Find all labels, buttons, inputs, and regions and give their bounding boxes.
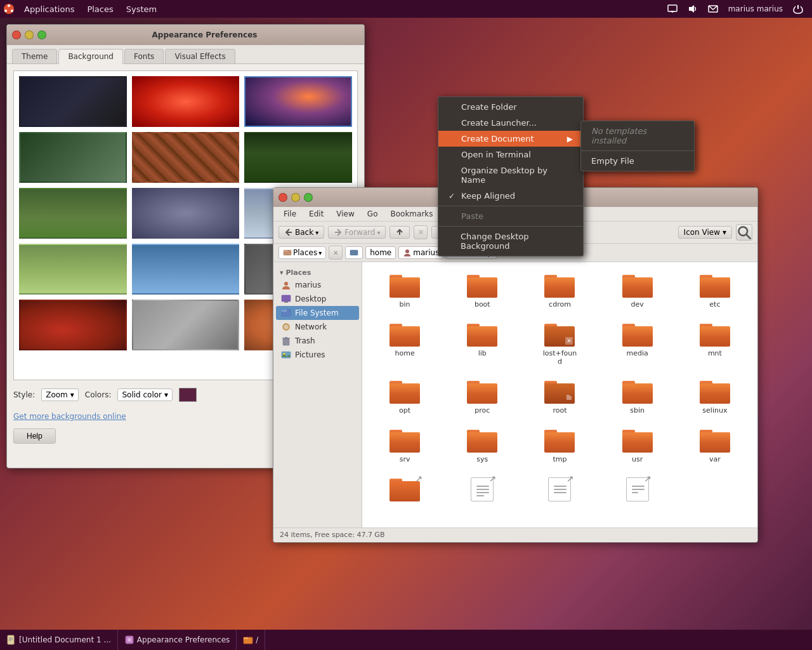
colors-select[interactable]: Solid color ▾: [117, 388, 173, 401]
location-close-button[interactable]: ✕: [329, 246, 343, 260]
fm-menu-view[interactable]: View: [331, 208, 359, 220]
style-label: Style:: [13, 390, 35, 399]
sidebar-item-network[interactable]: Network: [276, 320, 359, 334]
doc-item-0[interactable]: ↗: [369, 472, 441, 505]
svg-marker-7: [689, 5, 694, 13]
bg-thumb-0[interactable]: [19, 76, 127, 127]
places-menu[interactable]: Places: [81, 0, 119, 18]
folder-sbin[interactable]: sbin: [601, 375, 674, 418]
filemanager-content[interactable]: bin boot cdrom dev etc: [362, 262, 757, 527]
taskbar-item-folder[interactable]: /: [237, 630, 265, 650]
ctx-create-folder[interactable]: Create Folder: [438, 99, 583, 115]
folder-home[interactable]: home: [369, 317, 441, 369]
sidebar-item-filesystem[interactable]: File System: [276, 306, 359, 320]
volume-icon[interactable]: [684, 0, 702, 18]
tab-background[interactable]: Background: [58, 49, 123, 64]
style-select[interactable]: Zoom ▾: [41, 388, 79, 401]
tab-fonts[interactable]: Fonts: [124, 49, 164, 63]
appearance-title: Appearance Preferences: [50, 30, 359, 39]
fm-minimize-button[interactable]: −: [291, 193, 300, 202]
sidebar-item-pictures[interactable]: Pictures: [276, 348, 359, 362]
fm-menu-file[interactable]: File: [278, 208, 301, 220]
folder-selinux[interactable]: selinux: [679, 375, 751, 418]
folder-media[interactable]: media: [601, 317, 674, 369]
view-select[interactable]: Icon View ▾: [678, 226, 732, 239]
folder-etc[interactable]: etc: [679, 269, 751, 312]
maximize-button[interactable]: +: [37, 30, 46, 39]
tab-visual-effects[interactable]: Visual Effects: [165, 49, 235, 63]
bg-thumb-2[interactable]: [244, 76, 352, 127]
color-swatch[interactable]: [179, 388, 197, 402]
doc-item-1[interactable]: ↗: [446, 472, 518, 505]
folder-boot[interactable]: boot: [446, 269, 518, 312]
get-backgrounds-link[interactable]: Get more backgrounds online: [13, 412, 126, 421]
system-menu[interactable]: System: [120, 0, 163, 18]
ctx-keep-aligned[interactable]: ✓ Keep Aligned: [438, 188, 583, 204]
submenu-empty-file[interactable]: Empty File: [581, 153, 694, 169]
forward-button[interactable]: Forward ▾: [328, 226, 386, 239]
bg-thumb-6[interactable]: [19, 188, 127, 239]
crumb-marius[interactable]: marius: [398, 246, 443, 259]
bg-thumb-3[interactable]: [19, 132, 127, 183]
location-crumb-places[interactable]: Places ▾: [278, 246, 326, 259]
folder-opt[interactable]: opt: [369, 375, 441, 418]
folder-lib[interactable]: lib: [446, 317, 518, 369]
svg-point-3: [4, 10, 7, 12]
sidebar-item-marius[interactable]: marius: [276, 278, 359, 292]
minimize-button[interactable]: −: [25, 30, 34, 39]
up-button[interactable]: [390, 226, 410, 239]
search-button[interactable]: [736, 224, 752, 241]
bg-thumb-5[interactable]: [244, 132, 352, 183]
folder-usr[interactable]: usr: [601, 423, 674, 467]
folder-srv[interactable]: srv: [369, 423, 441, 467]
filemanager-statusbar: 24 items, Free space: 47.7 GB: [273, 527, 757, 541]
folder-dev[interactable]: dev: [601, 269, 674, 312]
back-button[interactable]: Back ▾: [278, 226, 324, 239]
folder-cdrom[interactable]: cdrom: [523, 269, 596, 312]
fm-menu-go[interactable]: Go: [362, 208, 383, 220]
applications-menu[interactable]: Applications: [18, 0, 81, 18]
bg-thumb-12[interactable]: [19, 300, 127, 350]
svg-point-14: [738, 227, 747, 235]
doc-item-3[interactable]: ↗: [601, 472, 674, 505]
folder-sys[interactable]: sys: [446, 423, 518, 467]
ctx-create-document[interactable]: Create Document ▶: [438, 131, 583, 147]
folder-mnt[interactable]: mnt: [679, 317, 751, 369]
sidebar-item-trash[interactable]: Trash: [276, 334, 359, 348]
bg-thumb-10[interactable]: [132, 244, 240, 295]
power-icon[interactable]: [789, 0, 807, 18]
crumb-home[interactable]: home: [365, 246, 396, 259]
ctx-change-background[interactable]: Change Desktop Background: [438, 229, 583, 254]
fm-menu-bookmarks[interactable]: Bookmarks: [385, 208, 438, 220]
sidebar-item-desktop[interactable]: Desktop: [276, 292, 359, 306]
bg-thumb-1[interactable]: [132, 76, 240, 127]
taskbar-item-document[interactable]: [Untitled Document 1 ...: [0, 630, 118, 650]
ctx-create-launcher[interactable]: Create Launcher...: [438, 115, 583, 131]
email-icon[interactable]: [704, 0, 722, 18]
fm-close-button[interactable]: ✕: [278, 193, 287, 202]
stop-button[interactable]: ✕: [414, 225, 428, 239]
fm-maximize-button[interactable]: +: [304, 193, 313, 202]
taskbar-item-appearance[interactable]: Appearance Preferences: [118, 630, 237, 650]
svg-rect-4: [668, 5, 677, 11]
ctx-organize-desktop[interactable]: Organize Desktop by Name: [438, 162, 583, 188]
fm-menu-edit[interactable]: Edit: [304, 208, 329, 220]
help-button[interactable]: Help: [13, 428, 56, 444]
doc-item-2[interactable]: ↗: [523, 472, 596, 505]
tab-theme[interactable]: Theme: [12, 49, 57, 63]
folder-root[interactable]: root: [523, 375, 596, 418]
ctx-open-terminal[interactable]: Open in Terminal: [438, 147, 583, 162]
folder-proc[interactable]: proc: [446, 375, 518, 418]
bg-thumb-13[interactable]: [132, 300, 240, 350]
folder-var[interactable]: var: [679, 423, 751, 467]
folder-tmp[interactable]: tmp: [523, 423, 596, 467]
crumb-filesystem[interactable]: [345, 246, 363, 259]
folder-lost[interactable]: ✕ lost+found: [523, 317, 596, 369]
bg-thumb-9[interactable]: [19, 244, 127, 295]
bg-thumb-4[interactable]: [132, 132, 240, 183]
folder-bin[interactable]: bin: [369, 269, 441, 312]
bg-thumb-7[interactable]: [132, 188, 240, 239]
svg-rect-31: [282, 352, 291, 358]
monitor-icon[interactable]: [664, 0, 681, 18]
close-button[interactable]: ✕: [12, 30, 21, 39]
